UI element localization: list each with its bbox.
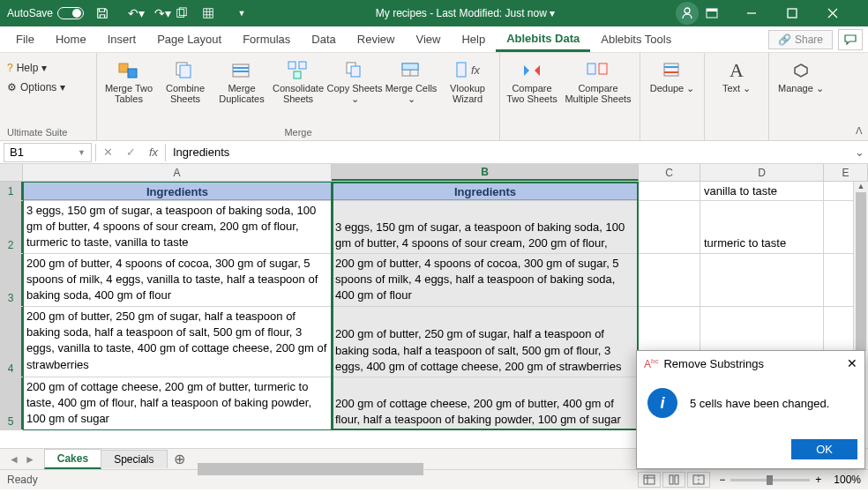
qat-table-icon[interactable] <box>202 0 228 26</box>
page-layout-icon[interactable] <box>662 472 685 488</box>
svg-rect-13 <box>299 62 306 69</box>
tab-data[interactable]: Data <box>301 27 346 51</box>
merge-cells-button[interactable]: Merge Cells ⌄ <box>383 56 439 107</box>
help-button[interactable]: ?Help ▾ <box>5 58 91 78</box>
col-header-b[interactable]: B <box>332 164 639 181</box>
cell[interactable]: 200 gm of butter, 250 gm of sugar, half … <box>23 307 332 377</box>
close-icon[interactable] <box>827 0 868 26</box>
tab-insert[interactable]: Insert <box>97 27 147 51</box>
cell-b1[interactable]: Ingredients <box>332 182 639 200</box>
save-icon[interactable] <box>96 0 123 26</box>
copy-sheets-button[interactable]: Copy Sheets ⌄ <box>326 56 383 107</box>
dialog-close-icon[interactable]: ✕ <box>847 356 857 370</box>
share-button[interactable]: 🔗Share <box>768 30 833 49</box>
help-icon: ? <box>7 62 13 74</box>
ribbon: ?Help ▾ ⚙Options ▾ Ultimate Suite Merge … <box>0 53 868 141</box>
enter-formula-icon[interactable]: ✓ <box>119 143 142 162</box>
autosave-label: AutoSave <box>7 7 53 19</box>
cell[interactable]: 200 gm of butter, 250 gm of sugar, half … <box>332 307 639 377</box>
qat-dropdown-icon[interactable]: ▼ <box>228 0 255 26</box>
page-break-icon[interactable] <box>687 472 710 488</box>
row-header[interactable]: 3 <box>0 254 23 306</box>
cell[interactable]: 200 gm of butter, 4 spoons of cocoa, 300… <box>23 254 332 306</box>
combine-sheets-button[interactable]: Combine Sheets <box>157 56 213 107</box>
tab-ablebits-tools[interactable]: Ablebits Tools <box>590 27 682 51</box>
options-button[interactable]: ⚙Options ▾ <box>5 78 91 97</box>
text-button[interactable]: AText ⌄ <box>708 56 765 96</box>
sheet-prev-icon[interactable]: ◄ <box>9 453 19 466</box>
svg-rect-8 <box>128 69 137 78</box>
tab-review[interactable]: Review <box>347 27 406 51</box>
row-header[interactable]: 2 <box>0 201 23 253</box>
formula-input[interactable] <box>166 143 850 162</box>
cell[interactable]: turmeric to taste <box>700 201 824 253</box>
name-box[interactable]: B1▼ <box>4 143 92 162</box>
compare-multiple-sheets-button[interactable]: Compare Multiple Sheets <box>560 56 636 106</box>
zoom-slider[interactable] <box>730 479 810 481</box>
col-header-c[interactable]: C <box>639 164 700 181</box>
cell[interactable]: 3 eggs, 150 gm of sugar, a teaspoon of b… <box>23 201 332 253</box>
dialog-title: Remove Substrings <box>663 357 763 370</box>
vlookup-wizard-button[interactable]: fxVlookup Wizard <box>439 56 496 107</box>
tab-file[interactable]: File <box>5 27 45 51</box>
minimize-icon[interactable] <box>746 0 787 26</box>
dedupe-button[interactable]: Dedupe ⌄ <box>644 56 700 96</box>
add-sheet-icon[interactable]: ⊕ <box>167 451 192 467</box>
cell[interactable]: 200 gm of cottage cheese, 200 gm of butt… <box>23 377 332 429</box>
consolidate-sheets-button[interactable]: Consolidate Sheets <box>270 56 326 107</box>
zoom-level[interactable]: 100% <box>834 474 861 486</box>
zoom-in-icon[interactable]: + <box>815 474 821 486</box>
normal-view-icon[interactable] <box>638 472 661 488</box>
compare-two-sheets-button[interactable]: Compare Two Sheets <box>504 56 560 106</box>
row-header[interactable]: 5 <box>0 377 23 429</box>
svg-rect-14 <box>294 71 301 78</box>
fx-icon[interactable]: fx <box>142 143 165 162</box>
user-avatar-icon[interactable] <box>676 2 699 25</box>
undo-icon[interactable]: ↶▾ <box>123 0 149 26</box>
cell[interactable]: 3 eggs, 150 gm of sugar, a teaspoon of b… <box>332 201 639 253</box>
scrollbar-thumb[interactable] <box>856 192 866 351</box>
ok-button[interactable]: OK <box>791 439 857 459</box>
svg-rect-19 <box>457 63 466 77</box>
cell[interactable] <box>639 254 700 306</box>
merge-two-tables-button[interactable]: Merge Two Tables <box>101 56 157 107</box>
autosave-toggle[interactable]: AutoSave <box>0 7 91 19</box>
collapse-ribbon-icon[interactable]: ᐱ <box>856 125 863 137</box>
row-header[interactable]: 1 <box>0 182 23 200</box>
redo-icon[interactable]: ↷▾ <box>149 0 176 26</box>
tab-home[interactable]: Home <box>45 27 97 51</box>
expand-formula-icon[interactable]: ⌄ <box>850 146 868 159</box>
qat-sheets-icon[interactable] <box>176 0 202 26</box>
col-header-a[interactable]: A <box>23 164 332 181</box>
cell[interactable] <box>700 254 824 306</box>
sheet-next-icon[interactable]: ► <box>25 453 35 466</box>
svg-rect-12 <box>288 62 296 69</box>
comments-icon[interactable] <box>838 29 863 50</box>
ribbon-display-icon[interactable] <box>706 0 746 26</box>
col-header-d[interactable]: D <box>700 164 824 181</box>
cell[interactable]: 200 gm of butter, 4 spoons of cocoa, 300… <box>332 254 639 306</box>
tab-page-layout[interactable]: Page Layout <box>146 27 232 51</box>
tab-help[interactable]: Help <box>451 27 496 51</box>
sheet-tab-cakes[interactable]: Cakes <box>44 449 101 469</box>
cancel-formula-icon[interactable]: ✕ <box>96 143 119 162</box>
merge-duplicates-button[interactable]: Merge Duplicates <box>213 56 270 107</box>
maximize-icon[interactable] <box>787 0 827 26</box>
cell-c1[interactable] <box>639 182 700 200</box>
cell[interactable]: 200 gm of cottage cheese, 200 gm of butt… <box>332 377 639 429</box>
tab-formulas[interactable]: Formulas <box>232 27 301 51</box>
zoom-out-icon[interactable]: − <box>719 474 725 486</box>
tab-ablebits-data[interactable]: Ablebits Data <box>496 26 590 52</box>
cell-a1[interactable]: Ingredients <box>23 182 332 200</box>
text-icon: A <box>722 58 751 83</box>
select-all-corner[interactable] <box>0 164 23 181</box>
svg-rect-24 <box>644 475 655 484</box>
table-row: 1 Ingredients Ingredients vanilla to tas… <box>0 182 868 201</box>
row-header[interactable]: 4 <box>0 307 23 377</box>
cell[interactable] <box>639 201 700 253</box>
tab-view[interactable]: View <box>405 27 451 51</box>
cell-d1[interactable]: vanilla to taste <box>700 182 824 200</box>
sheet-tab-specials[interactable]: Specials <box>101 450 167 468</box>
col-header-e[interactable]: E <box>824 164 868 181</box>
manage-button[interactable]: Manage ⌄ <box>773 56 829 96</box>
